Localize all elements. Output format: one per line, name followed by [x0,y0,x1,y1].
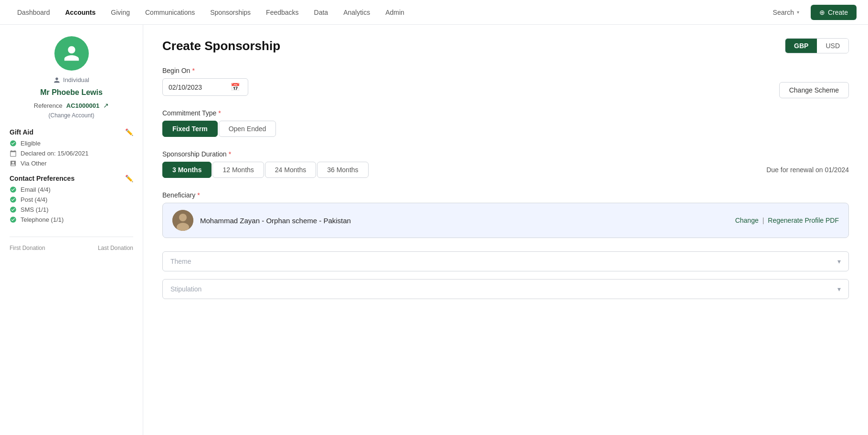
page-layout: Individual Mr Phoebe Lewis Reference AC1… [0,25,868,435]
change-account-button[interactable]: (Change Account) [10,112,133,119]
duration-section: Sponsorship Duration * 3 Months 12 Month… [162,150,849,178]
create-button[interactable]: ⊕ Create [811,5,857,20]
currency-toggle: GBP USD [785,38,849,53]
beneficiary-photo [172,210,193,231]
renewal-note: Due for renewal on 01/2024 [766,166,849,174]
duration-required: * [229,150,231,158]
nav-item-accounts[interactable]: Accounts [60,6,102,19]
avatar-wrap [10,36,133,71]
person-name: Mr Phoebe Lewis [10,88,133,97]
beneficiary-regenerate-link[interactable]: Regenerate Profile PDF [768,217,839,224]
sms-check-icon [10,206,17,213]
begin-on-required: * [192,67,194,74]
nav-item-data[interactable]: Data [308,6,334,19]
commitment-type-section: Commitment Type * Fixed Term Open Ended [162,109,849,137]
last-donation-label: Last Donation [98,245,133,251]
create-label: Create [828,9,848,16]
telephone-row: Telephone (1/1) [10,216,133,223]
beneficiary-section: Beneficiary * Mohammad Zayan - Orphan sc… [162,191,849,238]
fixed-term-button[interactable]: Fixed Term [162,121,218,137]
email-check-icon [10,186,17,193]
separator: | [762,217,764,224]
theme-chevron-icon: ▾ [837,258,841,265]
beneficiary-left: Mohammad Zayan - Orphan scheme - Pakista… [172,210,351,231]
calendar-icon[interactable]: 📅 [231,83,240,92]
nav-item-feedbacks[interactable]: Feedbacks [260,6,304,19]
open-ended-button[interactable]: Open Ended [219,121,276,137]
3-months-button[interactable]: 3 Months [162,162,212,178]
person-icon [63,44,81,62]
currency-usd-button[interactable]: USD [817,39,848,53]
post-check-icon [10,196,17,203]
search-button[interactable]: Search ▾ [773,9,799,16]
form-header: Create Sponsorship GBP USD [162,38,849,53]
gift-aid-title: Gift Aid [10,128,33,136]
nav-item-sponsorships[interactable]: Sponsorships [204,6,256,19]
sidebar: Individual Mr Phoebe Lewis Reference AC1… [0,25,143,435]
sms-label: SMS (1/1) [21,206,49,213]
external-link-icon[interactable]: ↗ [103,102,109,109]
first-donation-label: First Donation [10,245,45,251]
date-input-wrap: 📅 [162,78,248,96]
reference-id: AC1000001 [66,102,99,109]
telephone-label: Telephone (1/1) [21,216,64,223]
duration-row: 3 Months 12 Months 24 Months 36 Months D… [162,162,849,178]
nav-item-admin[interactable]: Admin [380,6,410,19]
12-months-button[interactable]: 12 Months [212,162,264,178]
beneficiary-change-link[interactable]: Change [735,217,759,224]
stipulation-dropdown[interactable]: Stipulation ▾ [162,279,849,299]
beneficiary-required: * [197,191,200,199]
duration-label: Sponsorship Duration * [162,150,849,158]
check-circle-icon [10,140,17,147]
individual-badge: Individual [10,76,133,83]
change-scheme-button[interactable]: Change Scheme [779,82,849,98]
eligible-label: Eligible [21,140,41,147]
sidebar-bottom: First Donation Last Donation [10,237,133,251]
reference-label: Reference [34,102,63,109]
post-label: Post (4/4) [21,196,47,203]
duration-toggle: 3 Months 12 Months 24 Months 36 Months [162,162,369,178]
individual-label: Individual [63,76,89,83]
post-row: Post (4/4) [10,196,133,203]
declared-row: Declared on: 15/06/2021 [10,150,133,157]
beneficiary-card: Mohammad Zayan - Orphan scheme - Pakista… [162,203,849,238]
contact-prefs-section: Contact Preferences ✏️ Email (4/4) Post … [10,175,133,223]
avatar [54,36,89,71]
gift-aid-section: Gift Aid ✏️ Eligible Declared on: 15/06/… [10,128,133,167]
calendar-icon [10,150,17,157]
theme-dropdown[interactable]: Theme ▾ [162,251,849,271]
nav-item-analytics[interactable]: Analytics [338,6,376,19]
begin-on-section: Begin On * 📅 [162,67,248,96]
beneficiary-label: Beneficiary * [162,191,849,199]
main-content: Create Sponsorship GBP USD Begin On * 📅 … [143,25,868,435]
contact-prefs-title: Contact Preferences [10,175,74,182]
contact-prefs-header: Contact Preferences ✏️ [10,175,133,182]
begin-on-input[interactable] [169,83,231,91]
nav-item-communications[interactable]: Communications [139,6,201,19]
24-months-button[interactable]: 24 Months [265,162,316,178]
declared-label: Declared on: 15/06/2021 [21,150,88,157]
main-nav: Dashboard Accounts Giving Communications… [0,0,868,25]
svg-point-1 [179,214,187,221]
currency-gbp-button[interactable]: GBP [785,39,817,53]
gift-aid-edit-icon[interactable]: ✏️ [125,128,133,136]
gift-aid-header: Gift Aid ✏️ [10,128,133,136]
search-chevron-icon: ▾ [797,10,799,15]
telephone-check-icon [10,216,17,223]
nav-item-giving[interactable]: Giving [105,6,136,19]
email-row: Email (4/4) [10,186,133,193]
other-icon [10,160,17,167]
36-months-button[interactable]: 36 Months [317,162,368,178]
beneficiary-avatar [172,210,193,231]
beneficiary-name: Mohammad Zayan - Orphan scheme - Pakista… [200,217,351,225]
via-row: Via Other [10,160,133,167]
search-label: Search [773,9,794,16]
contact-prefs-edit-icon[interactable]: ✏️ [125,175,133,182]
nav-item-dashboard[interactable]: Dashboard [11,6,56,19]
commitment-type-label: Commitment Type * [162,109,849,117]
email-label: Email (4/4) [21,186,51,193]
eligible-row: Eligible [10,140,133,147]
reference-row: Reference AC1000001 ↗ [10,102,133,109]
individual-icon [53,77,60,83]
sms-row: SMS (1/1) [10,206,133,213]
